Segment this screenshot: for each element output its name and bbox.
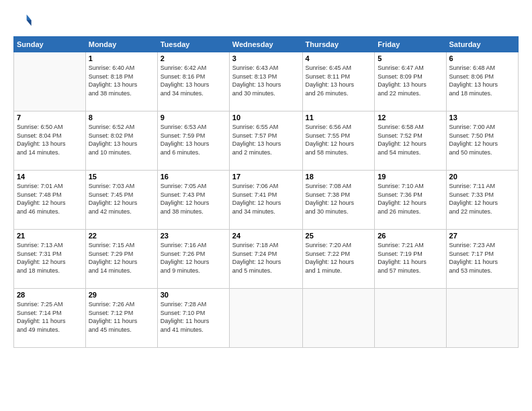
- day-number: 30: [161, 291, 226, 299]
- calendar-cell: [14, 52, 86, 111]
- calendar-table: SundayMondayTuesdayWednesdayThursdayFrid…: [13, 36, 519, 348]
- day-number: 26: [378, 232, 443, 240]
- day-info: Sunrise: 7:20 AM Sunset: 7:22 PM Dayligh…: [306, 241, 372, 275]
- day-number: 13: [449, 113, 515, 122]
- day-number: 10: [232, 113, 300, 122]
- day-info: Sunrise: 6:40 AM Sunset: 8:18 PM Dayligh…: [89, 64, 154, 97]
- day-number: 18: [306, 173, 372, 181]
- calendar-cell: 27Sunrise: 7:23 AM Sunset: 7:17 PM Dayli…: [446, 230, 518, 289]
- calendar-week-1: 1Sunrise: 6:40 AM Sunset: 8:18 PM Daylig…: [14, 52, 519, 111]
- calendar-header-thursday: Thursday: [302, 37, 375, 52]
- calendar-cell: 30Sunrise: 7:28 AM Sunset: 7:10 PM Dayli…: [157, 289, 229, 348]
- day-number: 19: [378, 173, 443, 181]
- logo-icon: [13, 11, 32, 30]
- calendar-week-5: 28Sunrise: 7:25 AM Sunset: 7:14 PM Dayli…: [14, 289, 519, 348]
- calendar-header-saturday: Saturday: [446, 37, 518, 52]
- svg-marker-0: [27, 15, 32, 20]
- day-number: 15: [89, 173, 154, 181]
- svg-marker-1: [27, 20, 32, 26]
- day-info: Sunrise: 6:55 AM Sunset: 7:57 PM Dayligh…: [232, 123, 300, 156]
- day-info: Sunrise: 7:10 AM Sunset: 7:36 PM Dayligh…: [378, 182, 443, 216]
- header: [13, 11, 519, 30]
- day-info: Sunrise: 7:05 AM Sunset: 7:43 PM Dayligh…: [161, 182, 226, 216]
- day-info: Sunrise: 7:06 AM Sunset: 7:41 PM Dayligh…: [232, 182, 300, 216]
- calendar-cell: 13Sunrise: 7:00 AM Sunset: 7:50 PM Dayli…: [446, 111, 518, 171]
- calendar-cell: 29Sunrise: 7:26 AM Sunset: 7:12 PM Dayli…: [85, 289, 157, 348]
- calendar-cell: 12Sunrise: 6:58 AM Sunset: 7:52 PM Dayli…: [375, 111, 446, 171]
- day-number: 5: [378, 54, 443, 62]
- day-info: Sunrise: 7:18 AM Sunset: 7:24 PM Dayligh…: [232, 241, 300, 275]
- day-number: 25: [306, 232, 372, 240]
- calendar-cell: 18Sunrise: 7:08 AM Sunset: 7:38 PM Dayli…: [302, 171, 375, 230]
- calendar-cell: 22Sunrise: 7:15 AM Sunset: 7:29 PM Dayli…: [85, 230, 157, 289]
- calendar-cell: 20Sunrise: 7:11 AM Sunset: 7:33 PM Dayli…: [446, 171, 518, 230]
- day-info: Sunrise: 7:11 AM Sunset: 7:33 PM Dayligh…: [449, 182, 515, 216]
- day-number: 8: [89, 113, 154, 122]
- calendar-cell: 4Sunrise: 6:45 AM Sunset: 8:11 PM Daylig…: [302, 52, 375, 111]
- day-info: Sunrise: 6:53 AM Sunset: 7:59 PM Dayligh…: [161, 123, 226, 156]
- day-number: 20: [449, 173, 515, 181]
- calendar-cell: 23Sunrise: 7:16 AM Sunset: 7:26 PM Dayli…: [157, 230, 229, 289]
- calendar-week-2: 7Sunrise: 6:50 AM Sunset: 8:04 PM Daylig…: [14, 111, 519, 171]
- day-info: Sunrise: 6:58 AM Sunset: 7:52 PM Dayligh…: [378, 123, 443, 156]
- calendar-cell: 14Sunrise: 7:01 AM Sunset: 7:48 PM Dayli…: [14, 171, 86, 230]
- calendar-cell: 28Sunrise: 7:25 AM Sunset: 7:14 PM Dayli…: [14, 289, 86, 348]
- day-number: 1: [89, 54, 154, 62]
- calendar-header-sunday: Sunday: [14, 37, 86, 52]
- day-info: Sunrise: 6:43 AM Sunset: 8:13 PM Dayligh…: [232, 64, 300, 97]
- logo: [13, 11, 35, 30]
- calendar-cell: 17Sunrise: 7:06 AM Sunset: 7:41 PM Dayli…: [229, 171, 302, 230]
- calendar-cell: 16Sunrise: 7:05 AM Sunset: 7:43 PM Dayli…: [157, 171, 229, 230]
- day-number: 12: [378, 113, 443, 122]
- day-info: Sunrise: 7:13 AM Sunset: 7:31 PM Dayligh…: [17, 241, 83, 275]
- calendar-cell: 21Sunrise: 7:13 AM Sunset: 7:31 PM Dayli…: [14, 230, 86, 289]
- calendar-cell: 6Sunrise: 6:48 AM Sunset: 8:06 PM Daylig…: [446, 52, 518, 111]
- calendar-cell: 3Sunrise: 6:43 AM Sunset: 8:13 PM Daylig…: [229, 52, 302, 111]
- calendar-cell: 26Sunrise: 7:21 AM Sunset: 7:19 PM Dayli…: [375, 230, 446, 289]
- calendar-header-monday: Monday: [85, 37, 157, 52]
- calendar-header-row: SundayMondayTuesdayWednesdayThursdayFrid…: [14, 37, 519, 52]
- day-number: 6: [449, 54, 515, 62]
- day-number: 7: [17, 113, 83, 122]
- calendar-cell: 9Sunrise: 6:53 AM Sunset: 7:59 PM Daylig…: [157, 111, 229, 171]
- calendar-week-3: 14Sunrise: 7:01 AM Sunset: 7:48 PM Dayli…: [14, 171, 519, 230]
- day-number: 27: [449, 232, 515, 240]
- day-info: Sunrise: 6:56 AM Sunset: 7:55 PM Dayligh…: [306, 123, 372, 156]
- calendar-cell: 15Sunrise: 7:03 AM Sunset: 7:45 PM Dayli…: [85, 171, 157, 230]
- calendar-cell: 24Sunrise: 7:18 AM Sunset: 7:24 PM Dayli…: [229, 230, 302, 289]
- calendar-cell: 1Sunrise: 6:40 AM Sunset: 8:18 PM Daylig…: [85, 52, 157, 111]
- day-info: Sunrise: 7:21 AM Sunset: 7:19 PM Dayligh…: [378, 241, 443, 275]
- day-info: Sunrise: 6:45 AM Sunset: 8:11 PM Dayligh…: [306, 64, 372, 97]
- day-number: 14: [17, 173, 83, 181]
- calendar-cell: 25Sunrise: 7:20 AM Sunset: 7:22 PM Dayli…: [302, 230, 375, 289]
- calendar-cell: 10Sunrise: 6:55 AM Sunset: 7:57 PM Dayli…: [229, 111, 302, 171]
- day-info: Sunrise: 7:03 AM Sunset: 7:45 PM Dayligh…: [89, 182, 154, 216]
- calendar-cell: 2Sunrise: 6:42 AM Sunset: 8:16 PM Daylig…: [157, 52, 229, 111]
- calendar-cell: 11Sunrise: 6:56 AM Sunset: 7:55 PM Dayli…: [302, 111, 375, 171]
- day-info: Sunrise: 6:42 AM Sunset: 8:16 PM Dayligh…: [161, 64, 226, 97]
- calendar-cell: [302, 289, 375, 348]
- day-number: 24: [232, 232, 300, 240]
- day-info: Sunrise: 7:16 AM Sunset: 7:26 PM Dayligh…: [161, 241, 226, 275]
- calendar-cell: [446, 289, 518, 348]
- day-number: 16: [161, 173, 226, 181]
- day-info: Sunrise: 6:52 AM Sunset: 8:02 PM Dayligh…: [89, 123, 154, 156]
- calendar-cell: 19Sunrise: 7:10 AM Sunset: 7:36 PM Dayli…: [375, 171, 446, 230]
- day-number: 21: [17, 232, 83, 240]
- calendar-cell: 5Sunrise: 6:47 AM Sunset: 8:09 PM Daylig…: [375, 52, 446, 111]
- day-number: 29: [89, 291, 154, 299]
- calendar-cell: 7Sunrise: 6:50 AM Sunset: 8:04 PM Daylig…: [14, 111, 86, 171]
- day-number: 3: [232, 54, 300, 62]
- day-info: Sunrise: 6:48 AM Sunset: 8:06 PM Dayligh…: [449, 64, 515, 97]
- day-number: 4: [306, 54, 372, 62]
- day-info: Sunrise: 7:25 AM Sunset: 7:14 PM Dayligh…: [17, 300, 83, 334]
- day-info: Sunrise: 7:28 AM Sunset: 7:10 PM Dayligh…: [161, 300, 226, 334]
- day-number: 17: [232, 173, 300, 181]
- calendar-cell: [229, 289, 302, 348]
- day-number: 23: [161, 232, 226, 240]
- day-number: 28: [17, 291, 83, 299]
- day-info: Sunrise: 7:08 AM Sunset: 7:38 PM Dayligh…: [306, 182, 372, 216]
- calendar-header-tuesday: Tuesday: [157, 37, 229, 52]
- calendar-header-friday: Friday: [375, 37, 446, 52]
- calendar-header-wednesday: Wednesday: [229, 37, 302, 52]
